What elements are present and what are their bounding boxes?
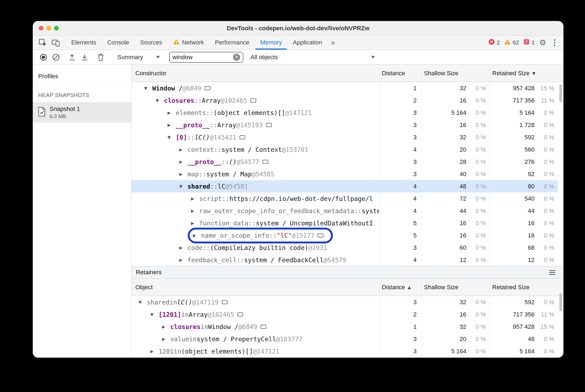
size-value: 40 (422, 171, 466, 178)
node-text: (object elements)[] (213, 109, 285, 116)
constructor-scrollbar-thumb[interactable] (559, 84, 562, 102)
reveal-icon[interactable] (318, 233, 323, 237)
expand-icon[interactable]: ▶ (168, 110, 176, 115)
expand-icon[interactable]: ▶ (150, 349, 159, 354)
tree-row[interactable]: ▶context :: system / Context @1537014200… (132, 143, 558, 156)
clear-profiles-button[interactable] (50, 51, 62, 64)
clear-search-icon[interactable]: ✕ (233, 54, 240, 61)
size-value: 20 (422, 336, 466, 343)
profile-view-select[interactable]: Summary (114, 51, 163, 63)
node-text: Array (202, 97, 220, 104)
reveal-icon[interactable] (266, 123, 272, 127)
tab-elements[interactable]: Elements (66, 35, 102, 50)
column-header-retained-size[interactable]: Retained Size ▼ (490, 65, 558, 82)
shallow-size-cell: 160 % (422, 94, 490, 107)
tree-row[interactable]: ▶closures in Window / @68491320 %957 428… (132, 321, 558, 333)
node-text: :: (206, 109, 214, 116)
expand-icon[interactable]: ▶ (191, 221, 199, 226)
tree-row[interactable]: ▼Window / @68491320 %957 42815 % (132, 82, 558, 94)
issue-count-badge[interactable]: 1 (523, 39, 535, 46)
retainers-scrollbar-thumb[interactable] (559, 293, 562, 311)
node-text: in (189, 336, 197, 343)
tree-row[interactable]: ▶script :: https://cdpn.io/web-dot-dev/f… (132, 192, 558, 205)
record-heap-snapshot-button[interactable] (37, 51, 50, 64)
tab-network[interactable]: Network (168, 35, 210, 50)
inspect-element-icon[interactable] (36, 35, 49, 50)
column-header-retained-size[interactable]: Retained Size (490, 279, 558, 296)
tree-row[interactable]: ▶map :: system / Map @545853400 %920 % (132, 168, 558, 180)
expand-icon[interactable]: ▶ (179, 258, 187, 263)
tab-application[interactable]: Application (287, 35, 328, 50)
reveal-icon[interactable] (222, 300, 228, 304)
expand-icon[interactable]: ▶ (193, 233, 201, 238)
distance-cell: 3 (379, 156, 422, 168)
class-filter-search[interactable]: ✕ (169, 52, 243, 63)
size-percent: 0 % (535, 171, 558, 178)
column-header-distance[interactable]: Distance ▲ (379, 279, 422, 296)
reveal-icon[interactable] (250, 98, 256, 102)
collapse-icon[interactable]: ▼ (144, 86, 152, 91)
more-options-kebab-icon[interactable]: ⋮ (551, 38, 559, 47)
retained-size-cell: 957 42815 % (490, 82, 558, 94)
collapse-icon[interactable]: ▼ (179, 184, 187, 189)
collapse-icon[interactable]: ▼ (156, 98, 164, 103)
node-text: :: (210, 183, 218, 190)
collapse-icon[interactable]: ▼ (139, 300, 147, 305)
collapse-icon[interactable]: ▼ (168, 135, 176, 140)
expand-icon[interactable]: ▶ (162, 337, 170, 342)
tree-row[interactable]: ▶value in system / PropertyCell @1037773… (132, 333, 558, 345)
expand-icon[interactable]: ▶ (168, 123, 176, 128)
tab-console[interactable]: Console (102, 35, 135, 50)
tree-row[interactable]: ▶raw_outer_scope_info_or_feedback_metada… (132, 205, 558, 217)
tree-row[interactable]: ▼[0] :: lC() @1454213320 %5920 % (132, 131, 558, 143)
tree-row[interactable]: ▶__proto__ :: Array @1451933160 %1 7280 … (132, 119, 558, 131)
tree-row[interactable]: ▶__proto__ :: () @545773280 %2760 % (132, 156, 558, 168)
panel-tabs: ElementsConsoleSourcesNetworkPerformance… (66, 35, 328, 50)
column-header-shallow-size[interactable]: Shallow Size (422, 279, 490, 296)
error-count-badge[interactable]: 2 (488, 39, 500, 46)
column-header-distance[interactable]: Distance (379, 65, 422, 82)
reveal-icon[interactable] (237, 312, 243, 316)
tree-row[interactable]: ▶feedback_cell :: system / FeedbackCell … (132, 254, 558, 266)
collect-garbage-icon[interactable] (94, 51, 107, 64)
reveal-icon[interactable] (205, 86, 210, 90)
column-header-constructor[interactable]: Constructor (132, 65, 379, 82)
retained-size-cell: 480 % (490, 333, 558, 345)
column-header-shallow-size[interactable]: Shallow Size (422, 65, 490, 82)
tree-row[interactable]: ▼closures :: Array @1024652160 %717 3561… (132, 94, 558, 107)
reveal-icon[interactable] (240, 135, 245, 139)
settings-gear-icon[interactable]: ⚙ (539, 38, 546, 47)
expand-icon[interactable]: ▶ (162, 324, 170, 329)
retainers-menu-icon[interactable] (549, 272, 555, 273)
tree-row[interactable]: ▼shared in lC() @1471193320 %5920 % (132, 296, 558, 308)
size-percent: 0 % (535, 109, 558, 116)
tree-row[interactable]: ▶elements :: (object elements)[] @147121… (132, 107, 558, 119)
expand-icon[interactable]: ▶ (179, 172, 187, 177)
snapshot-item[interactable]: Snapshot 1 6.3 MB (33, 102, 131, 122)
tree-row[interactable]: ▶1201 in (object elements)[] @14712135 1… (132, 345, 558, 357)
collapse-icon[interactable]: ▼ (150, 312, 159, 317)
tree-row[interactable]: ▶code :: (CompileLazy builtin code) @193… (132, 242, 558, 254)
shallow-size-cell: 5 1640 % (422, 107, 490, 119)
save-profile-button[interactable] (78, 51, 91, 64)
tab-performance[interactable]: Performance (210, 35, 255, 50)
load-profile-button[interactable] (66, 51, 78, 64)
reveal-icon[interactable] (262, 160, 268, 164)
expand-icon[interactable]: ▶ (179, 147, 187, 152)
tree-row[interactable]: ▶name_or_scope_info :: "lC" @151775160 %… (132, 229, 558, 242)
more-tabs-button[interactable]: » (328, 35, 338, 50)
device-toolbar-icon[interactable] (49, 35, 62, 50)
reveal-icon[interactable] (261, 325, 266, 329)
expand-icon[interactable]: ▶ (179, 159, 187, 164)
tree-row[interactable]: ▼shared :: lC @545814480 %800 % (132, 180, 558, 192)
tab-memory[interactable]: Memory (255, 35, 287, 50)
object-filter-select[interactable]: All objects (247, 51, 378, 63)
tab-sources[interactable]: Sources (135, 35, 168, 50)
tree-row[interactable]: ▼[1201] in Array @1024652160 %717 35611 … (132, 308, 558, 321)
expand-icon[interactable]: ▶ (191, 196, 199, 201)
search-input[interactable] (172, 54, 233, 61)
expand-icon[interactable]: ▶ (191, 209, 199, 213)
warning-count-badge[interactable]: 62 (504, 39, 519, 46)
column-header-object[interactable]: Object (132, 279, 379, 296)
expand-icon[interactable]: ▶ (179, 245, 187, 250)
